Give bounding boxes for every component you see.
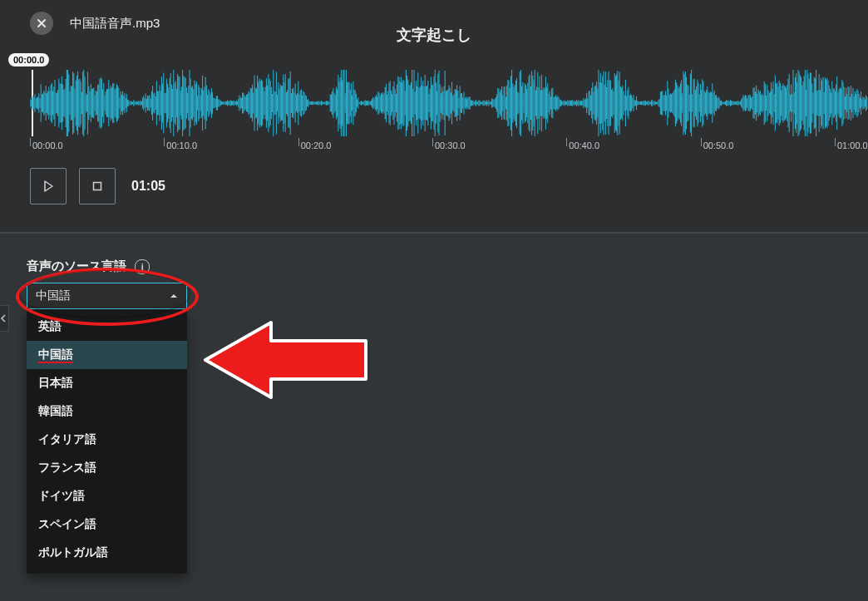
source-language-text: 音声のソース言語 xyxy=(27,259,126,273)
language-option[interactable]: ポルトガル語 xyxy=(27,539,187,567)
stop-button[interactable] xyxy=(79,168,116,204)
play-button[interactable] xyxy=(30,168,67,204)
language-option-label: 日本語 xyxy=(38,376,73,389)
language-option-label: ポルトガル語 xyxy=(38,545,108,559)
language-option[interactable]: イタリア語 xyxy=(27,426,187,454)
time-tick-label: 00:30.0 xyxy=(435,140,466,150)
playhead-time-badge: 00:00.0 xyxy=(8,53,49,67)
source-language-selected: 中国語 xyxy=(36,288,71,303)
language-option-label: フランス語 xyxy=(38,461,96,474)
language-option[interactable]: 韓国語 xyxy=(27,397,187,426)
time-tick-label: 00:00.0 xyxy=(32,140,63,150)
source-language-dropdown[interactable]: 英語中国語日本語韓国語イタリア語フランス語ドイツ語スペイン語ポルトガル語 xyxy=(27,309,187,574)
time-tick-label: 01:00.0 xyxy=(837,140,868,150)
close-button[interactable] xyxy=(30,12,53,35)
source-language-select[interactable]: 中国語 xyxy=(27,283,187,309)
language-option-label: イタリア語 xyxy=(38,432,96,446)
source-language-label: 音声のソース言語 i xyxy=(27,259,150,274)
time-axis: 00:00.000:10.000:20.000:30.000:40.000:50… xyxy=(30,138,868,161)
annotation-arrow xyxy=(201,315,372,405)
language-option-label: 英語 xyxy=(38,319,62,333)
chevron-up-icon xyxy=(170,289,178,303)
waveform-area[interactable]: 00:00.0 00:00.000:10.000:20.000:30.000:4… xyxy=(0,53,868,161)
info-icon[interactable]: i xyxy=(135,259,150,274)
language-option-label: スペイン語 xyxy=(38,517,96,530)
waveform-display[interactable] xyxy=(30,70,868,136)
time-tick-label: 00:40.0 xyxy=(569,140,599,150)
time-tick-label: 00:10.0 xyxy=(166,140,197,150)
language-option[interactable]: 英語 xyxy=(27,313,187,341)
audio-file-name: 中国語音声.mp3 xyxy=(70,16,160,32)
language-option[interactable]: スペイン語 xyxy=(27,510,187,539)
language-option-label: 韓国語 xyxy=(38,404,73,417)
settings-panel: 音声のソース言語 i 中国語 英語中国語日本語韓国語イタリア語フランス語ドイツ語… xyxy=(0,234,868,601)
svg-marker-1 xyxy=(205,323,366,397)
stop-icon xyxy=(91,180,104,193)
file-header: 中国語音声.mp3 xyxy=(0,0,868,47)
language-option-label: 中国語 xyxy=(38,347,73,363)
language-option[interactable]: フランス語 xyxy=(27,454,187,482)
time-tick-label: 00:20.0 xyxy=(301,140,332,150)
language-option[interactable]: 中国語 xyxy=(27,341,187,369)
language-option[interactable]: 日本語 xyxy=(27,369,187,397)
language-option[interactable]: ドイツ語 xyxy=(27,482,187,510)
play-icon xyxy=(42,180,55,193)
playback-controls: 01:05 xyxy=(30,161,868,211)
time-tick-label: 00:50.0 xyxy=(703,140,734,150)
audio-panel: 中国語音声.mp3 文字起こし 00:00.0 00:00.000:10.000… xyxy=(0,0,868,234)
left-collapse-handle[interactable] xyxy=(0,305,9,332)
language-option-label: ドイツ語 xyxy=(38,489,85,502)
app-root: 中国語音声.mp3 文字起こし 00:00.0 00:00.000:10.000… xyxy=(0,0,868,601)
svg-rect-0 xyxy=(94,183,101,190)
time-readout: 01:05 xyxy=(131,179,165,194)
close-icon xyxy=(37,18,47,28)
